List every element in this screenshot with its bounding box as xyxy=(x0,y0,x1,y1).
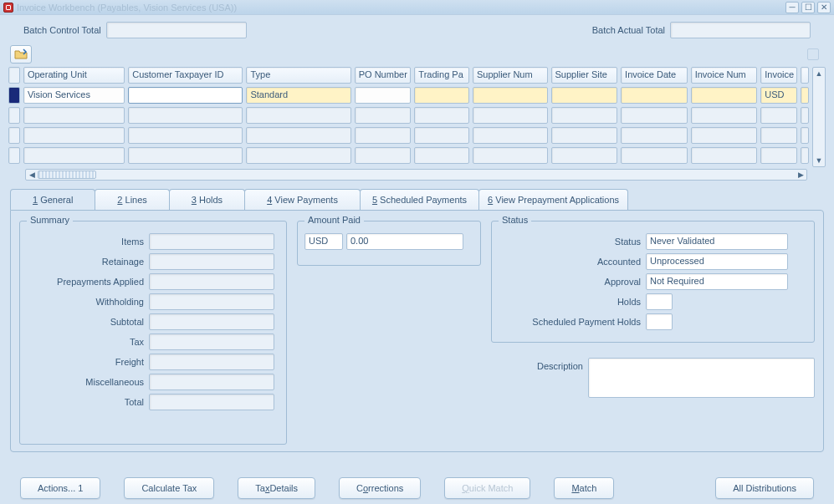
tab-general[interactable]: 1 General xyxy=(10,189,95,210)
status-approval[interactable]: Not Required xyxy=(646,273,788,290)
table-row[interactable] xyxy=(8,127,809,144)
actions-button[interactable]: Actions... 1 xyxy=(20,477,100,499)
col-invoice-date[interactable]: Invoice Date xyxy=(621,67,688,84)
col-type[interactable]: Type xyxy=(246,67,350,84)
folder-open-icon xyxy=(14,48,28,61)
summary-retainage[interactable] xyxy=(149,253,274,270)
cell-extra[interactable] xyxy=(801,87,809,104)
tab-bar: 1 General 2 Lines 3 Holds 4 View Payment… xyxy=(10,189,824,210)
maximize-button[interactable]: ☐ xyxy=(801,2,815,13)
col-operating-unit[interactable]: Operating Unit xyxy=(23,67,125,84)
amount-paid-group: Amount Paid USD 0.00 xyxy=(297,221,481,266)
folder-tool-button[interactable] xyxy=(10,45,32,64)
col-invoice-num[interactable]: Invoice Num xyxy=(691,67,758,84)
corrections-button[interactable]: Corrections xyxy=(339,477,421,499)
cell-invoice-curr[interactable]: USD xyxy=(760,87,797,104)
amount-paid-value[interactable]: 0.00 xyxy=(346,233,463,250)
cell-invoice-num[interactable] xyxy=(691,87,758,104)
flexfield-box[interactable] xyxy=(807,48,819,60)
tab-view-payments[interactable]: 4 View Payments xyxy=(244,189,361,210)
tax-details-button[interactable]: Tax Details xyxy=(238,477,315,499)
summary-prepay[interactable] xyxy=(149,273,274,290)
hscroll-thumb[interactable] xyxy=(38,171,96,179)
col-supplier-num[interactable]: Supplier Num xyxy=(473,67,548,84)
col-supplier-site[interactable]: Supplier Site xyxy=(551,67,618,84)
col-po-number[interactable]: PO Number xyxy=(355,67,412,84)
cell-type[interactable]: Standard xyxy=(246,87,350,104)
calculate-tax-button[interactable]: Calculate Tax xyxy=(124,477,214,499)
row-selector[interactable] xyxy=(8,147,20,164)
tab-scheduled-payments[interactable]: 5 Scheduled Payments xyxy=(360,189,479,210)
button-bar: Actions... 1 Calculate Tax Tax Details C… xyxy=(0,477,834,499)
grid-hscrollbar[interactable]: ◀ ▶ xyxy=(25,169,807,181)
row-selector[interactable] xyxy=(8,127,20,144)
scroll-up-icon[interactable]: ▲ xyxy=(813,68,825,79)
tab-prepayment-apps[interactable]: 6 View Prepayment Applications xyxy=(478,189,628,210)
summary-group: Summary Items Retainage Prepayments Appl… xyxy=(19,221,287,445)
cell-po-number[interactable] xyxy=(355,87,412,104)
status-group: Status StatusNever Validated AccountedUn… xyxy=(491,221,815,343)
description-input[interactable] xyxy=(588,358,815,398)
col-invoice-curr[interactable]: Invoice xyxy=(760,67,797,84)
cell-taxpayer-id[interactable] xyxy=(128,87,243,104)
close-button[interactable]: ✕ xyxy=(817,2,831,13)
tab-panel-general: Summary Items Retainage Prepayments Appl… xyxy=(10,210,824,452)
cell-operating-unit[interactable]: Vision Services xyxy=(23,87,125,104)
col-taxpayer-id[interactable]: Customer Taxpayer ID xyxy=(128,67,243,84)
quick-match-button: Quick Match xyxy=(444,477,530,499)
titlebar: Invoice Workbench (Payables, Vision Serv… xyxy=(0,0,834,15)
status-accounted[interactable]: Unprocessed xyxy=(646,253,788,270)
scroll-down-icon[interactable]: ▼ xyxy=(813,155,825,166)
amount-paid-currency[interactable]: USD xyxy=(304,233,343,250)
table-row[interactable] xyxy=(8,107,809,124)
scroll-right-icon[interactable]: ▶ xyxy=(795,171,806,179)
row-selector[interactable] xyxy=(8,107,20,124)
batch-control-label: Batch Control Total xyxy=(23,25,101,35)
table-row[interactable] xyxy=(8,147,809,164)
row-selector-header xyxy=(8,67,20,84)
app-icon xyxy=(3,3,13,13)
batch-actual-input[interactable] xyxy=(670,22,811,38)
summary-misc[interactable] xyxy=(149,374,274,390)
status-legend: Status xyxy=(499,215,531,225)
summary-legend: Summary xyxy=(27,215,73,225)
summary-withholding[interactable] xyxy=(149,293,274,310)
all-distributions-button[interactable]: All Distributions xyxy=(715,477,814,499)
col-extra[interactable] xyxy=(801,67,809,84)
cell-supplier-num[interactable] xyxy=(473,87,548,104)
status-status[interactable]: Never Validated xyxy=(646,233,788,250)
summary-items[interactable] xyxy=(149,233,274,250)
summary-freight[interactable] xyxy=(149,354,274,370)
description-label: Description xyxy=(491,358,583,398)
batch-control-input[interactable] xyxy=(106,22,247,38)
cell-invoice-date[interactable] xyxy=(621,87,688,104)
amount-paid-legend: Amount Paid xyxy=(304,215,364,225)
summary-tax[interactable] xyxy=(149,333,274,350)
cell-trading-partner[interactable] xyxy=(414,87,469,104)
status-sph[interactable] xyxy=(646,313,673,330)
cell-supplier-site[interactable] xyxy=(551,87,618,104)
match-button[interactable]: Match xyxy=(554,477,614,499)
row-selector[interactable] xyxy=(8,87,20,104)
batch-actual-label: Batch Actual Total xyxy=(592,25,665,35)
tab-lines[interactable]: 2 Lines xyxy=(95,189,169,210)
minimize-button[interactable]: ─ xyxy=(785,2,799,13)
grid-vscrollbar[interactable]: ▲ ▼ xyxy=(812,67,826,167)
table-row[interactable]: Vision Services Standard USD xyxy=(8,87,809,104)
summary-total[interactable] xyxy=(149,394,274,410)
col-trading-partner[interactable]: Trading Pa xyxy=(414,67,469,84)
window-title: Invoice Workbench (Payables, Vision Serv… xyxy=(17,3,785,13)
scroll-left-icon[interactable]: ◀ xyxy=(26,171,38,179)
tab-holds[interactable]: 3 Holds xyxy=(169,189,245,210)
summary-subtotal[interactable] xyxy=(149,313,274,330)
status-holds[interactable] xyxy=(646,293,673,310)
